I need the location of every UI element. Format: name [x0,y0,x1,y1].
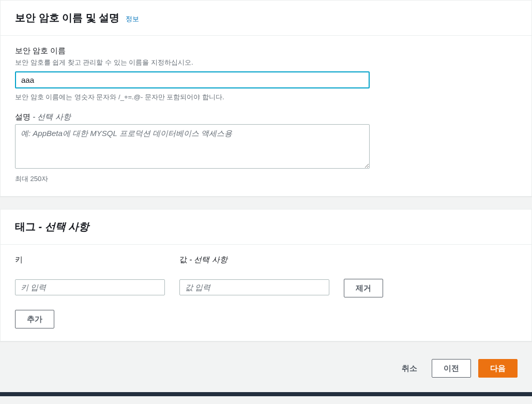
tags-panel: 태그 - 선택 사항 키 값 - 선택 사항 제거 [0,209,532,341]
panel-body: 보안 암호 이름 보안 암호를 쉽게 찾고 관리할 수 있는 이름을 지정하십시… [1,36,531,196]
info-link[interactable]: 정보 [126,15,139,23]
tags-panel-header: 태그 - 선택 사항 [1,210,531,245]
tag-value-input[interactable] [179,279,329,295]
tag-value-label: 값 - 선택 사항 [179,255,329,265]
remove-tag-button[interactable]: 제거 [344,279,383,297]
tags-title-text: 태그 [15,221,36,232]
description-textarea[interactable] [15,124,370,169]
tags-panel-body: 키 값 - 선택 사항 제거 추가 [1,245,531,341]
description-label: 설명 - 선택 사항 [15,112,517,122]
description-label-text: 설명 [15,112,31,121]
secret-name-group: 보안 암호 이름 보안 암호를 쉽게 찾고 관리할 수 있는 이름을 지정하십시… [15,46,517,102]
secret-name-input[interactable] [15,71,370,88]
tag-value-optional: - 선택 사항 [189,255,227,264]
tag-remove-col: 제거 [344,255,383,297]
tags-optional: - 선택 사항 [39,221,89,232]
panel-title: 보안 암호 이름 및 설명 [15,12,123,23]
description-constraint: 최대 250자 [15,174,517,184]
tags-panel-title: 태그 - 선택 사항 [15,221,89,232]
tag-key-col: 키 [15,255,165,295]
wizard-footer: 취소 이전 다음 [0,354,532,388]
bottom-bar [0,392,532,396]
description-group: 설명 - 선택 사항 최대 250자 [15,112,517,184]
secret-name-hint: 보안 암호를 쉽게 찾고 관리할 수 있는 이름을 지정하십시오. [15,58,517,67]
tag-key-input[interactable] [15,279,165,295]
secret-name-desc-panel: 보안 암호 이름 및 설명 정보 보안 암호 이름 보안 암호를 쉽게 찾고 관… [0,0,532,197]
add-tag-button[interactable]: 추가 [15,310,54,328]
tag-key-label: 키 [15,255,165,265]
tag-value-col: 값 - 선택 사항 [179,255,329,295]
previous-button[interactable]: 이전 [432,359,471,378]
secret-name-label: 보안 암호 이름 [15,46,517,56]
next-button[interactable]: 다음 [478,359,518,378]
panel-title-text: 보안 암호 이름 및 설명 [15,12,119,23]
tag-value-label-text: 값 [179,255,187,264]
tag-row: 키 값 - 선택 사항 제거 [15,255,517,297]
description-optional: - 선택 사항 [33,112,70,121]
cancel-button[interactable]: 취소 [394,360,424,378]
secret-name-constraint: 보안 암호 이름에는 영숫자 문자와 /_+=.@- 문자만 포함되어야 합니다… [15,93,517,102]
panel-header: 보안 암호 이름 및 설명 정보 [1,1,531,36]
